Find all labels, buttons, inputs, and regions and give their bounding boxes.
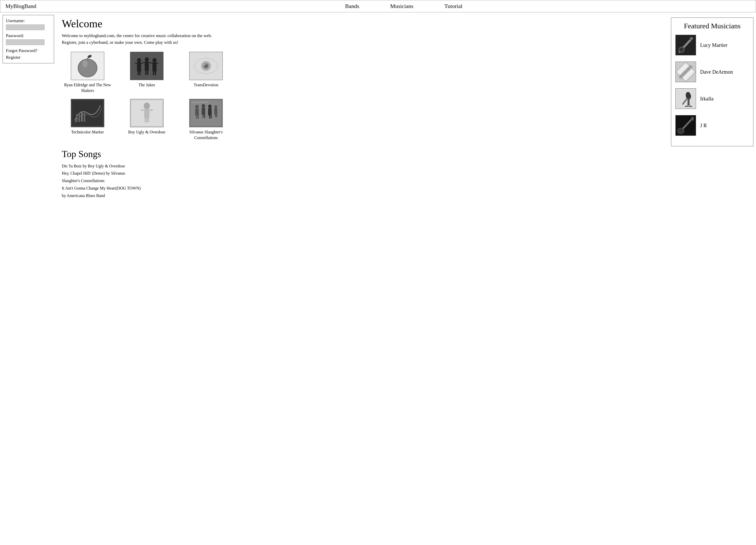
svg-rect-41 bbox=[141, 109, 144, 111]
svg-rect-49 bbox=[198, 115, 199, 119]
electric-guitar-icon bbox=[675, 115, 696, 136]
svg-point-50 bbox=[202, 104, 205, 108]
username-input[interactable] bbox=[6, 24, 45, 30]
svg-rect-83 bbox=[676, 89, 696, 109]
svg-point-17 bbox=[152, 58, 157, 63]
welcome-title: Welcome bbox=[62, 18, 663, 30]
musician-name: Lucy Martier bbox=[700, 42, 727, 48]
band-item[interactable]: Boy Ugly & Overdose bbox=[121, 99, 173, 141]
nav: Bands Musicians Tutorial bbox=[57, 3, 751, 10]
musician-item[interactable]: Lucy Martier bbox=[675, 35, 749, 55]
svg-point-46 bbox=[195, 105, 199, 108]
song-item: It Ain't Gonna Change My Heart(DOG TOWN) bbox=[62, 185, 663, 192]
register-link[interactable]: Register bbox=[6, 55, 51, 60]
top-songs-list: Dis Ya Boiz by Boy Ugly & Overdose Hey, … bbox=[62, 163, 663, 200]
featured-title: Featured Musicians bbox=[675, 22, 749, 30]
svg-point-94 bbox=[678, 129, 683, 133]
svg-rect-22 bbox=[155, 71, 156, 75]
svg-rect-56 bbox=[209, 115, 210, 118]
musician-name: Irkalla bbox=[700, 96, 714, 102]
band-label: The Jukes bbox=[139, 82, 155, 88]
svg-rect-51 bbox=[202, 108, 205, 115]
svg-rect-35 bbox=[79, 113, 80, 122]
svg-rect-20 bbox=[156, 63, 159, 64]
band-label: Silvanus Slaughter's Constellations bbox=[180, 129, 232, 141]
band-item[interactable]: Technicolor Marker bbox=[62, 99, 113, 141]
nav-tutorial[interactable]: Tutorial bbox=[444, 3, 462, 10]
password-label: Password: bbox=[6, 33, 51, 38]
main-content: Welcome Welcome to myblogband.com, the c… bbox=[57, 15, 668, 202]
svg-rect-13 bbox=[143, 62, 145, 63]
svg-rect-67 bbox=[690, 37, 692, 40]
band-label: Technicolor Marker bbox=[71, 129, 104, 135]
nav-bands[interactable]: Bands bbox=[345, 3, 359, 10]
svg-rect-34 bbox=[76, 114, 78, 122]
musician-item[interactable]: J R bbox=[675, 115, 749, 136]
musician-item[interactable]: Irkalla bbox=[675, 88, 749, 109]
band-image bbox=[71, 99, 104, 127]
svg-point-54 bbox=[208, 105, 212, 108]
svg-point-90 bbox=[686, 92, 690, 98]
svg-rect-55 bbox=[208, 108, 212, 115]
svg-rect-6 bbox=[137, 62, 141, 72]
svg-rect-37 bbox=[84, 113, 85, 122]
svg-rect-8 bbox=[141, 63, 143, 64]
site-title[interactable]: MyBlogBand bbox=[5, 3, 57, 10]
svg-rect-52 bbox=[203, 114, 204, 118]
svg-rect-16 bbox=[147, 70, 148, 75]
svg-rect-44 bbox=[147, 118, 149, 122]
band-item[interactable]: TransDevotion bbox=[180, 52, 232, 94]
song-item[interactable]: Dis Ya Boiz by Boy Ugly & Overdose bbox=[62, 163, 663, 170]
svg-rect-21 bbox=[153, 71, 154, 75]
svg-rect-61 bbox=[216, 114, 217, 117]
nav-musicians[interactable]: Musicians bbox=[390, 3, 413, 10]
band-item[interactable]: SILVANUS SLAUGHTER Silvanus Slaughter's … bbox=[180, 99, 232, 141]
svg-rect-18 bbox=[152, 62, 157, 72]
svg-rect-43 bbox=[145, 118, 147, 122]
svg-rect-85 bbox=[688, 99, 690, 105]
musician-item[interactable]: Dave DeArmon bbox=[675, 62, 749, 82]
band-label: Ryan Eldridge and The New Shakers bbox=[62, 82, 113, 94]
microphone-icon bbox=[675, 88, 696, 109]
svg-point-58 bbox=[214, 105, 217, 108]
ruler-icon bbox=[675, 62, 696, 82]
featured-musicians: Featured Musicians Lucy Martier bbox=[671, 18, 753, 146]
sidebar: Username: Password: Forgot Password? Reg… bbox=[3, 15, 54, 63]
username-label: Username: bbox=[6, 18, 51, 23]
svg-rect-9 bbox=[138, 71, 139, 75]
band-image bbox=[130, 99, 164, 127]
svg-rect-36 bbox=[81, 112, 83, 122]
svg-rect-95 bbox=[691, 117, 694, 121]
svg-rect-42 bbox=[149, 109, 153, 111]
header: MyBlogBand Bands Musicians Tutorial bbox=[0, 0, 756, 12]
band-image bbox=[71, 52, 104, 80]
password-input[interactable] bbox=[6, 39, 45, 45]
band-item[interactable]: Ryan Eldridge and The New Shakers bbox=[62, 52, 113, 94]
welcome-text: Welcome to myblogband.com, the center fo… bbox=[62, 32, 221, 46]
svg-point-28 bbox=[204, 64, 205, 65]
band-image bbox=[130, 52, 164, 80]
musician-name: Dave DeArmon bbox=[700, 69, 733, 75]
svg-point-11 bbox=[145, 57, 149, 62]
svg-point-66 bbox=[680, 48, 684, 52]
svg-point-5 bbox=[137, 58, 141, 63]
svg-rect-19 bbox=[150, 63, 153, 64]
svg-rect-57 bbox=[211, 115, 212, 118]
svg-rect-48 bbox=[196, 115, 197, 119]
svg-point-1 bbox=[78, 59, 97, 77]
svg-text:SILVANUS SLAUGHTER: SILVANUS SLAUGHTER bbox=[192, 101, 209, 103]
song-item: by Americana Blues Band bbox=[62, 192, 663, 200]
svg-rect-12 bbox=[145, 62, 149, 71]
forgot-password-link[interactable]: Forgot Password? bbox=[6, 48, 51, 53]
svg-rect-47 bbox=[195, 108, 199, 116]
svg-rect-7 bbox=[135, 63, 138, 64]
svg-rect-53 bbox=[204, 114, 205, 118]
top-songs-title: Top Songs bbox=[62, 149, 663, 159]
band-item[interactable]: The Jukes bbox=[121, 52, 173, 94]
song-item: Hey, Chapel Hill! (Demo) by Silvanus bbox=[62, 170, 663, 177]
musician-name: J R bbox=[700, 123, 707, 129]
svg-rect-60 bbox=[215, 114, 216, 117]
guitar-icon bbox=[675, 35, 696, 55]
bands-grid: Ryan Eldridge and The New Shakers bbox=[62, 52, 663, 141]
svg-rect-14 bbox=[148, 62, 151, 63]
